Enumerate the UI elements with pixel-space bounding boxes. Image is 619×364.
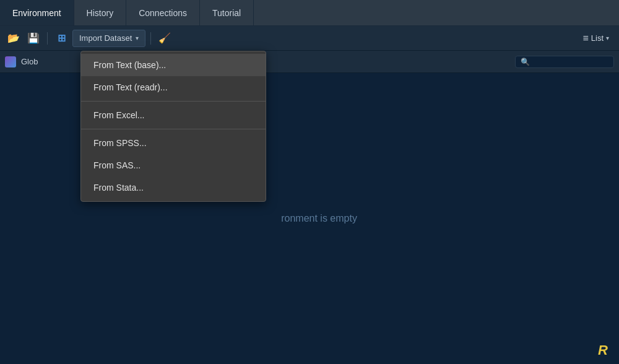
list-label: List [591, 33, 604, 43]
folder-icon: 📂 [7, 32, 20, 44]
dropdown-item-from-stata[interactable]: From Stata... [81, 176, 266, 199]
import-dataset-dropdown: From Text (base)... From Text (readr)...… [80, 51, 266, 202]
tab-bar: Environment History Connections Tutorial [0, 0, 619, 26]
tab-tutorial-label: Tutorial [212, 8, 241, 18]
from-text-readr-label: From Text (readr)... [93, 82, 168, 92]
save-icon: 💾 [27, 32, 40, 44]
rstudio-logo: R [598, 342, 608, 358]
import-dropdown-arrow: ▾ [136, 35, 139, 41]
from-excel-label: From Excel... [93, 110, 144, 120]
dropdown-item-from-excel[interactable]: From Excel... [81, 104, 266, 126]
dropdown-item-from-text-base[interactable]: From Text (base)... [81, 54, 266, 76]
dropdown-item-from-sas[interactable]: From SAS... [81, 154, 266, 176]
tab-connections-label: Connections [139, 8, 187, 18]
list-dropdown-arrow: ▾ [606, 35, 609, 41]
from-spss-label: From SPSS... [93, 138, 147, 148]
open-folder-button[interactable]: 📂 [5, 30, 22, 47]
list-view-button[interactable]: ≡ List ▾ [578, 30, 614, 46]
grid-icon: ⊞ [58, 32, 66, 44]
broom-icon: 🧹 [158, 32, 171, 44]
search-input[interactable] [532, 58, 608, 66]
tab-tutorial[interactable]: Tutorial [200, 0, 254, 25]
dropdown-item-from-text-readr[interactable]: From Text (readr)... [81, 76, 266, 98]
broom-button[interactable]: 🧹 [156, 30, 173, 47]
dropdown-item-from-spss[interactable]: From SPSS... [81, 132, 266, 154]
search-box[interactable]: 🔍 [515, 56, 614, 68]
tab-environment[interactable]: Environment [0, 0, 74, 25]
grid-button[interactable]: ⊞ [53, 30, 70, 47]
toolbar-separator-2 [150, 32, 151, 45]
dropdown-divider-1 [81, 101, 266, 102]
tab-environment-label: Environment [12, 8, 61, 18]
search-icon: 🔍 [521, 58, 530, 66]
tab-history[interactable]: History [74, 0, 127, 25]
toolbar-right: ≡ List ▾ [578, 30, 614, 46]
from-sas-label: From SAS... [93, 160, 141, 170]
lines-icon: ≡ [582, 33, 588, 44]
from-stata-label: From Stata... [93, 183, 144, 193]
save-button[interactable]: 💾 [25, 30, 42, 47]
toolbar: 📂 💾 ⊞ Import Dataset ▾ 🧹 ≡ List ▾ [0, 26, 619, 51]
tab-connections[interactable]: Connections [126, 0, 200, 25]
global-env-icon [5, 56, 16, 67]
toolbar-separator-1 [47, 32, 48, 45]
bottom-logo: R [592, 342, 614, 359]
global-env-label: Glob [21, 57, 38, 66]
import-dataset-label: Import Dataset [79, 33, 132, 43]
empty-environment-message: Environment is empty [262, 213, 357, 224]
tab-history-label: History [87, 8, 114, 18]
import-dataset-button[interactable]: Import Dataset ▾ [72, 30, 145, 47]
from-text-base-label: From Text (base)... [93, 60, 166, 70]
dropdown-divider-2 [81, 129, 266, 129]
